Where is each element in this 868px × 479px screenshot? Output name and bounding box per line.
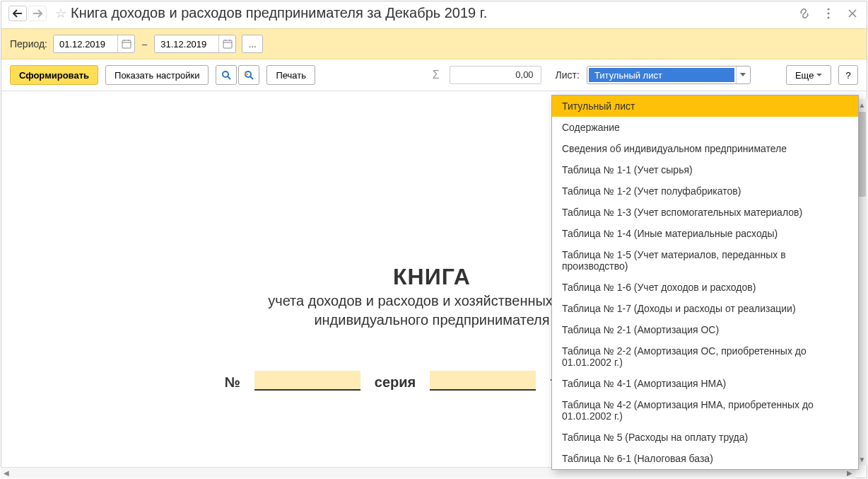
- calendar-from-icon[interactable]: [117, 35, 134, 52]
- sheet-option[interactable]: Таблица № 1-4 (Иные материальные расходы…: [552, 223, 858, 244]
- forward-button[interactable]: [28, 6, 47, 21]
- titlebar: ☆ Книга доходов и расходов предпринимате…: [1, 1, 867, 28]
- date-to-field[interactable]: [154, 35, 236, 53]
- field-series[interactable]: [430, 371, 536, 391]
- sheet-dropdown[interactable]: Титульный листСодержаниеСведения об инди…: [551, 95, 859, 470]
- date-from-input[interactable]: [54, 39, 117, 50]
- sheet-option[interactable]: Таблица № 4-1 (Амортизация НМА): [552, 373, 858, 394]
- sheet-option[interactable]: Таблица № 2-2 (Амортизация ОС, приобрете…: [552, 340, 858, 373]
- favorite-star-icon[interactable]: ☆: [55, 6, 66, 21]
- sheet-option[interactable]: Таблица № 4-2 (Амортизация НМА, приобрет…: [552, 394, 858, 427]
- back-button[interactable]: [8, 6, 27, 21]
- svg-point-2: [828, 16, 830, 18]
- field-number[interactable]: [254, 371, 360, 391]
- sheet-option[interactable]: Содержание: [552, 117, 858, 138]
- scroll-thumb[interactable]: [858, 112, 866, 197]
- more-label: Еще: [795, 70, 814, 81]
- date-from-field[interactable]: [53, 35, 135, 53]
- sheet-option[interactable]: Таблица № 1-2 (Учет полуфабрикатов): [552, 180, 858, 202]
- svg-rect-3: [122, 40, 131, 48]
- sheet-option[interactable]: Титульный лист: [552, 96, 858, 117]
- refresh-icon: [244, 70, 254, 80]
- find-button[interactable]: [216, 65, 237, 85]
- show-settings-button[interactable]: Показать настройки: [105, 65, 209, 85]
- svg-line-12: [228, 76, 230, 79]
- arrow-right-icon: [33, 9, 42, 18]
- sheet-option[interactable]: Сведения об индивидуальном предпринимате…: [552, 138, 858, 159]
- help-button[interactable]: ?: [838, 65, 858, 85]
- nav-buttons: [8, 6, 47, 21]
- page-title: Книга доходов и расходов предпринимателя…: [71, 5, 793, 21]
- chevron-down-icon: [740, 73, 746, 77]
- link-icon[interactable]: [797, 6, 811, 21]
- svg-point-1: [828, 12, 830, 14]
- toolbar: Сформировать Показать настройки Печать Σ…: [1, 59, 867, 91]
- sheet-option[interactable]: Таблица № 2-1 (Амортизация ОС): [552, 319, 858, 340]
- date-to-input[interactable]: [155, 39, 218, 50]
- period-dash: –: [141, 39, 148, 50]
- scroll-left-icon[interactable]: ◀: [1, 468, 12, 478]
- svg-point-11: [223, 71, 228, 77]
- sheet-label: Лист:: [556, 69, 580, 81]
- print-button[interactable]: Печать: [266, 65, 315, 85]
- refresh-button[interactable]: [238, 65, 259, 85]
- sheet-option[interactable]: Таблица № 5 (Расходы на оплату труда): [552, 427, 858, 448]
- sheet-option[interactable]: Таблица № 1-7 (Доходы и расходы от реали…: [552, 298, 858, 319]
- sheet-option[interactable]: Таблица № 1-1 (Учет сырья): [552, 159, 858, 180]
- generate-button[interactable]: Сформировать: [10, 65, 98, 85]
- sheet-select[interactable]: Титульный лист: [587, 66, 751, 84]
- arrow-left-icon: [13, 9, 23, 18]
- period-select-button[interactable]: ...: [242, 35, 263, 53]
- close-icon[interactable]: [845, 6, 860, 21]
- chevron-down-icon: [816, 74, 822, 77]
- sheet-option[interactable]: Таблица № 1-3 (Учет вспомогательных мате…: [552, 202, 858, 223]
- svg-point-0: [828, 8, 830, 10]
- svg-rect-7: [223, 40, 232, 48]
- sheet-option[interactable]: Таблица № 6-2 (Прочие расходы): [552, 469, 858, 470]
- sum-field[interactable]: 0,00: [450, 66, 541, 84]
- sheet-option[interactable]: Таблица № 6-1 (Налоговая база): [552, 448, 858, 469]
- sheet-select-dropdown-button[interactable]: [736, 67, 750, 83]
- period-label: Период:: [10, 38, 47, 50]
- label-number: №: [224, 374, 240, 391]
- sigma-icon: Σ: [433, 69, 442, 81]
- titlebar-actions: [797, 6, 860, 21]
- period-bar: Период: – ...: [1, 28, 867, 59]
- svg-line-14: [250, 76, 253, 79]
- more-vertical-icon[interactable]: [821, 6, 835, 21]
- more-button[interactable]: Еще: [786, 65, 831, 85]
- sheet-option[interactable]: Таблица № 1-5 (Учет материалов, переданн…: [552, 244, 858, 277]
- search-icon: [221, 70, 231, 80]
- label-series: серия: [375, 374, 416, 391]
- sheet-option[interactable]: Таблица № 1-6 (Учет доходов и расходов): [552, 277, 858, 298]
- sheet-select-value: Титульный лист: [589, 68, 734, 82]
- calendar-to-icon[interactable]: [218, 35, 235, 52]
